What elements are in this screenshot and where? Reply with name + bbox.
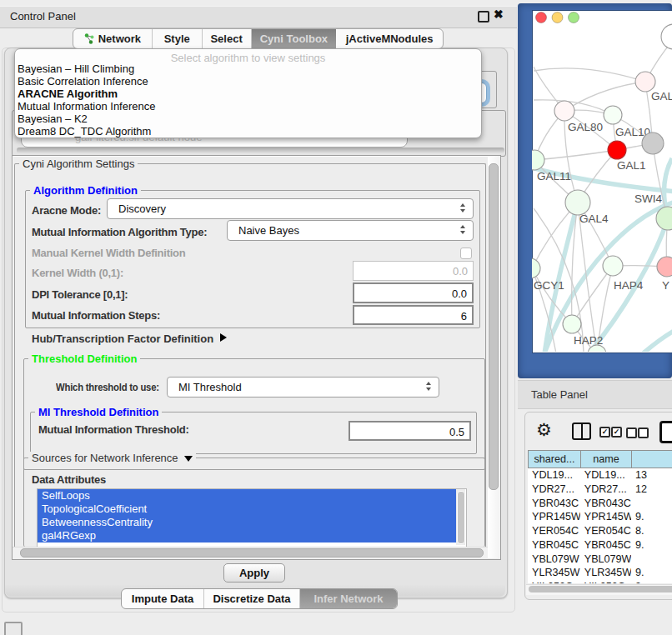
data-attribute-item[interactable]: TopologicalCoefficient <box>38 502 457 516</box>
mi-threshold-label: Mutual Information Threshold: <box>38 423 189 436</box>
minimized-panel-icon[interactable] <box>4 622 23 635</box>
network-edge[interactable] <box>534 68 645 82</box>
tab-impute-data[interactable]: Impute Data <box>122 589 204 608</box>
network-node[interactable] <box>563 315 581 333</box>
table-row[interactable]: YLR345WYLR345W9. <box>528 566 672 580</box>
table-column-header[interactable]: shared... <box>528 450 581 468</box>
network-node-label: GAL11 <box>537 170 571 182</box>
which-threshold-combo[interactable]: MI Threshold <box>167 377 439 398</box>
close-icon[interactable]: ✖ <box>494 8 504 21</box>
mi-algorithm-type-value: Naive Bayes <box>238 224 299 237</box>
tab-cyni-toolbox[interactable]: Cyni Toolbox <box>252 29 337 48</box>
network-edge-highlighted[interactable] <box>635 330 672 352</box>
hub-expand-arrow-icon[interactable] <box>220 333 227 342</box>
network-node[interactable] <box>532 150 544 170</box>
table-row[interactable]: YBR043CYBR043C <box>528 497 672 511</box>
algorithm-option[interactable]: ARACNE Algorithm <box>18 88 476 100</box>
manual-kernel-label: Manual Kernel Width Definition <box>32 247 186 259</box>
mi-steps-field[interactable]: 6 <box>353 305 474 325</box>
table-mode-icon[interactable] <box>659 421 672 443</box>
table-column-header[interactable] <box>631 450 672 468</box>
data-attributes-list[interactable]: SelfLoopsTopologicalCoefficientBetweenne… <box>37 488 467 547</box>
table-cell: YIL052C <box>528 580 580 583</box>
sources-title-text: Sources for Network Inference <box>32 452 178 464</box>
network-node-label: Y <box>662 279 669 292</box>
which-threshold-label: Which threshold to use: <box>56 381 159 393</box>
stepper-icon <box>426 382 431 391</box>
algorithm-option[interactable]: Dream8 DC_TDC Algorithm <box>18 125 476 138</box>
table-row[interactable]: YER054CYER054C8. <box>528 524 672 538</box>
dpi-tolerance-field[interactable]: 0.0 <box>353 282 474 303</box>
sources-collapse-arrow-icon[interactable] <box>184 456 193 462</box>
table-header-row: shared...name <box>528 450 672 468</box>
table-cell <box>631 497 672 511</box>
select-all-checkbox2-icon[interactable]: ✓ <box>611 427 622 438</box>
tab-jactivemnodules[interactable]: jActiveMNodules <box>336 29 443 48</box>
network-node-label: GAL4 <box>579 212 609 225</box>
manual-kernel-checkbox[interactable] <box>460 248 472 259</box>
network-edge[interactable] <box>564 82 645 111</box>
algorithm-option[interactable]: Mutual Information Inference <box>18 100 476 112</box>
algorithm-option[interactable]: Bayesian – K2 <box>18 112 476 125</box>
tab-infer-network[interactable]: Infer Network <box>300 589 397 608</box>
select-all-checkbox-icon[interactable]: ✓ <box>599 427 610 438</box>
network-node[interactable] <box>603 256 623 276</box>
gear-icon[interactable]: ⚙ <box>536 420 552 440</box>
data-attribute-item[interactable]: gal4RGexp <box>38 529 457 542</box>
network-edge[interactable] <box>534 150 617 160</box>
network-node[interactable] <box>532 258 540 278</box>
aracne-mode-combo[interactable]: Discovery <box>107 198 474 219</box>
network-node[interactable] <box>635 72 655 92</box>
data-attribute-item[interactable]: BetweennessCentrality <box>38 516 457 529</box>
table-cell: YBL079W <box>580 552 631 567</box>
table-cell: 9. <box>631 538 672 552</box>
network-node[interactable] <box>608 141 626 159</box>
network-node[interactable] <box>642 132 664 154</box>
table-cell: 12 <box>631 482 672 497</box>
kernel-width-field[interactable]: 0.0 <box>353 261 474 281</box>
table-cell: YBR043C <box>528 497 580 511</box>
mi-algorithm-type-combo[interactable]: Naive Bayes <box>227 220 474 241</box>
settings-vscrollbar-thumb[interactable] <box>489 163 499 490</box>
minimize-traffic-light[interactable] <box>552 12 563 23</box>
tab-style[interactable]: Style <box>153 29 203 48</box>
columns-icon[interactable] <box>572 422 591 440</box>
table-panel-title: Table Panel <box>531 388 588 401</box>
table-column-header[interactable]: name <box>580 450 632 468</box>
unselect-checkbox2-icon[interactable] <box>638 428 649 438</box>
tab-discretize-data[interactable]: Discretize Data <box>204 589 300 608</box>
table-row[interactable]: YDL19...YDL19...13 <box>528 468 672 482</box>
table-row[interactable]: YBL079WYBL079W <box>528 552 672 567</box>
tab-style-label: Style <box>164 32 190 45</box>
table-row[interactable]: YIL052CYIL052C9. <box>528 580 672 583</box>
close-traffic-light[interactable] <box>536 12 547 23</box>
network-node[interactable] <box>657 257 672 277</box>
zoom-traffic-light[interactable] <box>569 12 579 23</box>
mi-threshold-title: MI Threshold Definition <box>35 406 162 418</box>
data-attribute-item[interactable]: SelfLoops <box>38 489 457 502</box>
cyni-settings-title: Cyni Algorithm Settings <box>19 158 138 170</box>
algorithm-definition-title: Algorithm Definition <box>30 184 141 197</box>
network-node[interactable] <box>661 24 672 49</box>
top-tabstrip: Network Style Select Cyni Toolbox jActiv… <box>73 28 444 49</box>
table-row[interactable]: YDR27...YDR27...12 <box>528 482 672 497</box>
float-icon[interactable] <box>478 11 489 22</box>
table-hscrollbar-thumb[interactable] <box>529 586 672 592</box>
network-node[interactable] <box>565 190 590 215</box>
table-cell: YDR27... <box>528 482 580 497</box>
network-node[interactable] <box>554 101 574 121</box>
tab-select[interactable]: Select <box>203 29 252 48</box>
tab-impute-data-label: Impute Data <box>132 592 193 605</box>
unselect-checkbox-icon[interactable] <box>626 428 637 438</box>
algorithm-option[interactable]: Bayesian – Hill Climbing <box>18 62 476 75</box>
algorithm-option[interactable]: Basic Correlation Inference <box>18 75 476 88</box>
table-panel-titlebar: Table Panel <box>518 380 672 409</box>
table-row[interactable]: YPR145WYPR145W9. <box>528 510 672 524</box>
mi-threshold-field[interactable]: 0.5 <box>349 421 471 441</box>
list-vscrollbar-thumb[interactable] <box>457 491 465 544</box>
settings-hscrollbar-thumb[interactable] <box>20 548 484 558</box>
table-row[interactable]: YBR045CYBR045C9. <box>528 538 672 552</box>
tab-network[interactable]: Network <box>73 29 153 48</box>
network-node[interactable] <box>604 106 622 124</box>
apply-button[interactable]: Apply <box>223 563 285 582</box>
